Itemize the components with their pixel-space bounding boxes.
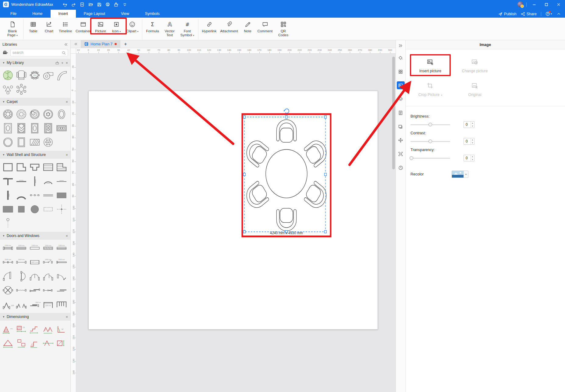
strip-image-icon[interactable] [397, 81, 405, 89]
shape-carpet-squares[interactable] [55, 121, 68, 135]
strip-transform-icon[interactable] [397, 136, 405, 144]
section-header-my-library[interactable]: ▼ My Library +× [0, 59, 70, 67]
shape-carpet-rect-o[interactable] [28, 121, 41, 135]
drawing-page[interactable] [88, 91, 378, 330]
section-close-icon[interactable]: × [66, 61, 68, 65]
shape-door7[interactable] [28, 283, 41, 297]
strip-expand-icon[interactable] [397, 42, 405, 50]
shape-win10[interactable]: 1500 mm [55, 255, 68, 269]
export-button[interactable]: ▾ [112, 1, 120, 8]
contrast-slider[interactable] [410, 141, 450, 142]
shape-win4[interactable]: 1300 mm [41, 241, 55, 255]
shape-arc-wall[interactable] [55, 68, 68, 82]
ribbon-item-font-symbol[interactable]: # Font Symbol ▾ [179, 19, 196, 38]
undo-button[interactable]: ▾ [61, 1, 69, 8]
section-close-icon[interactable]: × [66, 315, 68, 319]
shape-carpet-oval[interactable] [55, 107, 68, 121]
section-close-icon[interactable]: × [66, 100, 68, 104]
canvas-viewport[interactable]: 4240 mm x 4930 mm [76, 54, 396, 392]
shape-win6[interactable]: 1500 mm [1, 255, 15, 269]
shape-wall-dotted[interactable] [28, 188, 41, 202]
contrast-value-box[interactable]: 0 ▲▼ [464, 138, 474, 145]
close-button[interactable] [554, 1, 563, 8]
strip-note-page-icon[interactable] [397, 109, 405, 117]
brightness-slider-thumb[interactable] [428, 123, 432, 126]
shape-door3[interactable] [28, 269, 41, 283]
shape-carpet-diamond[interactable] [15, 121, 28, 135]
shape-dim3[interactable] [28, 322, 41, 336]
ribbon-item-qr-codes[interactable]: QR Codes [275, 19, 292, 38]
shape-dim5[interactable]: 90° [55, 322, 68, 336]
shape-door2[interactable] [15, 269, 28, 283]
brightness-slider[interactable] [410, 124, 450, 125]
shape-wall-v[interactable] [28, 174, 41, 188]
shape-fold2[interactable] [15, 297, 28, 311]
share-button[interactable]: Share [521, 12, 537, 16]
shape-carpet-ring[interactable] [41, 107, 55, 121]
shape-crosshair[interactable] [55, 202, 68, 216]
shape-dim10[interactable] [55, 336, 68, 350]
customize-toolbar-button[interactable] [121, 1, 129, 8]
shape-win8[interactable]: 1387.2 mm [28, 255, 41, 269]
menu-home[interactable]: Home [24, 10, 50, 18]
collapse-ribbon-button[interactable] [557, 12, 561, 16]
shape-win7[interactable]: 1500 mm [15, 255, 28, 269]
section-close-icon[interactable]: × [66, 153, 68, 157]
shape-dim2[interactable]: 700 [15, 322, 28, 336]
change-picture-button[interactable]: Change picture [457, 56, 493, 75]
shape-dot-column[interactable] [1, 216, 15, 230]
ribbon-item-picture[interactable]: Picture [93, 19, 108, 34]
shape-wall-h2[interactable] [55, 174, 68, 188]
shape-door9[interactable] [55, 283, 68, 297]
shape-win3[interactable]: 1300 mm [28, 241, 41, 255]
maximize-button[interactable] [542, 1, 551, 8]
menu-page-layout[interactable]: Page Layout [76, 10, 113, 18]
shape-carpet-diamonds[interactable] [41, 121, 55, 135]
selected-table-shape[interactable]: 4240 mm x 4930 mm [241, 106, 332, 238]
ribbon-item-blank-page[interactable]: Blank Page ▾ [4, 19, 21, 38]
rotate-handle-icon[interactable] [284, 109, 289, 113]
search-input[interactable] [12, 51, 62, 55]
collapse-libraries-icon[interactable] [64, 42, 68, 47]
shape-win5[interactable]: 1300 mm [55, 241, 68, 255]
shape-room-l[interactable] [15, 160, 28, 174]
ribbon-item-icon[interactable]: Icon ▾ [108, 19, 124, 34]
document-tab[interactable]: Home Plan 7 [81, 40, 120, 48]
library-manager-button[interactable]: ▾ [2, 50, 9, 55]
ribbon-item-chart[interactable]: Chart [41, 19, 57, 34]
brightness-value-box[interactable]: 0 ▲▼ [464, 121, 474, 128]
spinner-arrows-icon[interactable]: ▲▼ [471, 155, 474, 161]
shape-room-t[interactable] [28, 160, 41, 174]
ribbon-item-clipart[interactable]: Clipart ▾ [124, 19, 140, 34]
strip-layers-icon[interactable] [397, 95, 405, 103]
transparency-value-box[interactable]: 0 ▲▼ [464, 155, 474, 161]
minimize-button[interactable] [530, 1, 539, 8]
shape-room-l2[interactable] [55, 160, 68, 174]
shape-wall-h3[interactable] [41, 188, 55, 202]
section-header-doors-and-windows[interactable]: ▼ Doors and Windows × [0, 232, 70, 240]
strip-replace-icon[interactable] [397, 122, 405, 130]
ribbon-item-container[interactable]: Container [74, 19, 93, 34]
help-button[interactable]: ▾ [545, 12, 553, 16]
section-header-dimensioning[interactable]: ▼ Dimensioning × [0, 313, 70, 321]
shape-dim1[interactable]: mm [1, 322, 15, 336]
menu-file[interactable]: File [2, 10, 24, 18]
open-button[interactable] [87, 1, 94, 8]
shape-room-lined[interactable] [41, 160, 55, 174]
shape-frame2[interactable] [55, 297, 68, 311]
redo-button[interactable] [69, 1, 77, 8]
shape-armchair[interactable] [15, 68, 28, 82]
shape-wall-t[interactable] [1, 174, 15, 188]
strip-theme-icon[interactable] [397, 68, 405, 76]
shape-win2[interactable]: 1300 mm [15, 241, 28, 255]
collapse-left-panel-icon[interactable] [74, 42, 78, 46]
shape-carpet-circle[interactable] [1, 135, 15, 149]
save-button[interactable] [95, 1, 103, 8]
shape-wall-v2[interactable] [1, 188, 15, 202]
publish-button[interactable]: Publish [498, 12, 517, 16]
shape-wall-arc2[interactable] [15, 188, 28, 202]
menu-insert[interactable]: Insert [51, 10, 76, 18]
section-add-icon[interactable]: + [61, 61, 64, 65]
transparency-slider-thumb[interactable] [410, 156, 413, 160]
shape-square-gray[interactable] [15, 202, 28, 216]
